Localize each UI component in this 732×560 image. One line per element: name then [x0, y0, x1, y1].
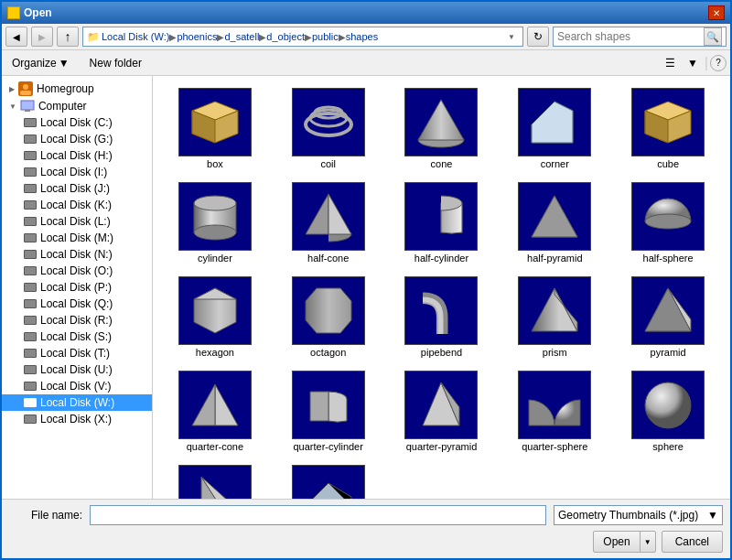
disk-label: Local Disk (R:): [40, 314, 113, 327]
file-thumbnail: [404, 182, 478, 251]
search-button[interactable]: 🔍: [704, 27, 722, 46]
disk-label: Local Disk (J:): [40, 182, 110, 195]
disk-label: Local Disk (O:): [40, 264, 113, 277]
disk-item[interactable]: Local Disk (G:): [2, 131, 152, 147]
disk-item[interactable]: Local Disk (P:): [2, 279, 152, 296]
filetype-arrow: ▼: [707, 509, 718, 522]
path-dropdown-button[interactable]: ▼: [504, 27, 519, 46]
disk-item[interactable]: Local Disk (O:): [2, 263, 152, 279]
up-button[interactable]: ↑: [57, 27, 79, 47]
file-item[interactable]: half-cylinder: [387, 178, 497, 268]
svg-point-19: [194, 196, 236, 210]
file-item[interactable]: quarter-cone: [160, 366, 270, 457]
filename-input[interactable]: [90, 505, 546, 525]
file-item[interactable]: pyramid: [613, 272, 723, 362]
file-item[interactable]: prism: [500, 272, 609, 362]
disk-item[interactable]: Local Disk (S:): [2, 328, 152, 345]
disk-item[interactable]: Local Disk (W:): [2, 394, 152, 411]
svg-rect-4: [25, 110, 30, 112]
file-label: quarter-pyramid: [406, 441, 478, 452]
disk-item[interactable]: Local Disk (J:): [2, 180, 152, 197]
file-item[interactable]: cylinder: [160, 178, 270, 268]
new-folder-button[interactable]: New folder: [83, 54, 148, 72]
file-thumbnail: [292, 371, 365, 439]
view-toggle-button[interactable]: ▼: [683, 54, 703, 72]
file-label: coil: [320, 158, 336, 169]
disk-icon: [24, 167, 37, 177]
computer-section[interactable]: ▼ Computer: [2, 98, 152, 114]
open-dropdown-arrow[interactable]: ▼: [640, 532, 655, 552]
disk-icon: [24, 250, 37, 259]
disk-item[interactable]: Local Disk (H:): [2, 147, 152, 164]
buttons-row: Open ▼ Cancel: [9, 531, 723, 553]
filetype-dropdown[interactable]: Geometry Thumbnails (*.jpg) ▼: [554, 505, 723, 525]
computer-icon: [20, 100, 35, 113]
disk-item[interactable]: Local Disk (K:): [2, 197, 152, 213]
cancel-button[interactable]: Cancel: [662, 531, 723, 553]
file-thumbnail: [404, 276, 478, 345]
close-button[interactable]: ✕: [708, 5, 725, 20]
disk-icon: [24, 332, 37, 341]
disk-item[interactable]: Local Disk (R:): [2, 312, 152, 328]
svg-marker-14: [532, 102, 573, 143]
disk-item[interactable]: Local Disk (U:): [2, 361, 152, 378]
view-options-button[interactable]: ☰: [661, 54, 681, 72]
file-item[interactable]: half-cone: [274, 178, 383, 268]
disk-item[interactable]: Local Disk (N:): [2, 246, 152, 263]
disk-icon: [24, 415, 37, 424]
file-item[interactable]: pipebend: [387, 272, 497, 362]
file-item[interactable]: corner: [500, 83, 609, 174]
disk-item[interactable]: Local Disk (L:): [2, 213, 152, 230]
file-item[interactable]: box: [160, 83, 270, 174]
svg-marker-22: [306, 194, 328, 234]
organize-button[interactable]: Organize ▼: [5, 54, 76, 72]
disk-list: Local Disk (C:)Local Disk (G:)Local Disk…: [2, 114, 152, 427]
file-item[interactable]: half-pyramid: [500, 178, 609, 268]
file-label: corner: [541, 158, 569, 169]
homegroup-section[interactable]: ▶ Homegroup: [2, 80, 152, 98]
disk-item[interactable]: Local Disk (T:): [2, 345, 152, 361]
file-item[interactable]: cone: [387, 83, 497, 174]
address-bar: ◀ ▶ ↑ 📁 Local Disk (W:) ▶ phoenics ▶ d_s…: [2, 24, 730, 50]
file-item[interactable]: quarter-cylinder: [274, 366, 383, 457]
open-button[interactable]: Open ▼: [593, 531, 655, 553]
disk-item[interactable]: Local Disk (V:): [2, 378, 152, 394]
file-item[interactable]: quarter-pyramid: [387, 366, 497, 457]
disk-item[interactable]: Local Disk (X:): [2, 411, 152, 427]
file-item[interactable]: cube: [613, 83, 723, 174]
file-item[interactable]: half-sphere: [613, 178, 723, 268]
forward-button[interactable]: ▶: [31, 27, 53, 47]
search-input[interactable]: [557, 30, 704, 43]
file-label: quarter-cone: [187, 441, 243, 452]
file-thumbnail: [404, 88, 478, 156]
file-item[interactable]: hexagon: [160, 272, 270, 362]
homegroup-label: Homegroup: [37, 82, 94, 95]
refresh-button[interactable]: ↻: [527, 27, 549, 47]
file-item[interactable]: octagon: [274, 272, 383, 362]
computer-label: Computer: [38, 100, 87, 113]
svg-marker-33: [194, 288, 236, 299]
svg-point-26: [420, 196, 462, 210]
file-thumbnail: [518, 371, 591, 439]
disk-item[interactable]: Local Disk (C:): [2, 114, 152, 131]
file-label: quarter-cylinder: [293, 441, 362, 452]
file-item[interactable]: tallwedge: [160, 460, 270, 499]
file-thumbnail: [631, 276, 705, 345]
disk-icon: [24, 365, 37, 374]
help-button[interactable]: ?: [710, 55, 727, 71]
disk-item[interactable]: Local Disk (Q:): [2, 296, 152, 312]
disk-icon: [24, 135, 37, 144]
bottom-bar: File name: Geometry Thumbnails (*.jpg) ▼…: [2, 499, 730, 558]
file-item[interactable]: quarter-sphere: [500, 366, 609, 457]
file-label: octagon: [310, 347, 346, 358]
disk-item[interactable]: Local Disk (I:): [2, 164, 152, 180]
file-item[interactable]: coil: [274, 83, 383, 174]
title-bar: Open ✕: [2, 2, 730, 24]
file-item[interactable]: sphere: [613, 366, 723, 457]
disk-item[interactable]: Local Disk (M:): [2, 230, 152, 246]
disk-icon: [24, 382, 37, 391]
file-item[interactable]: wedge: [274, 460, 383, 499]
main-area: ▶ Homegroup ▼ Computer Local Disk (C:)Lo…: [2, 76, 730, 499]
file-thumbnail: [631, 182, 705, 251]
back-button[interactable]: ◀: [5, 27, 27, 47]
